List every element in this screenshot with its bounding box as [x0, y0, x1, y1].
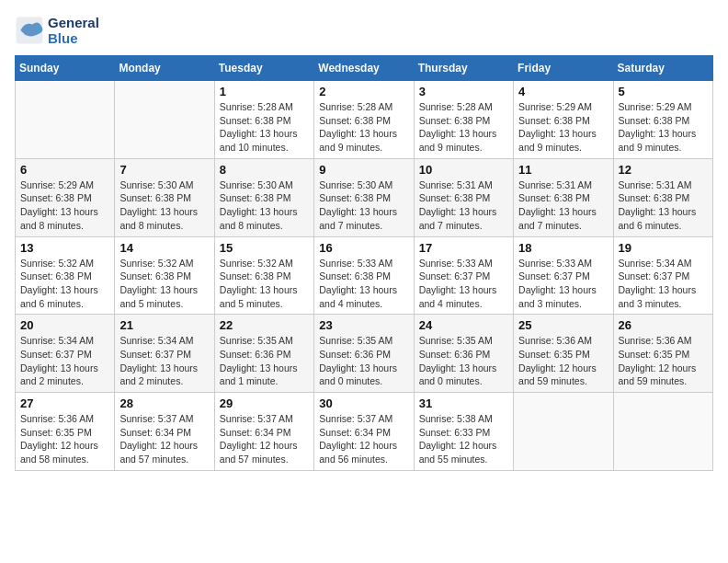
calendar-cell: 29Sunrise: 5:37 AM Sunset: 6:34 PM Dayli… [214, 393, 313, 471]
day-info: Sunrise: 5:32 AM Sunset: 6:38 PM Dayligh… [220, 257, 309, 311]
day-info: Sunrise: 5:37 AM Sunset: 6:34 PM Dayligh… [319, 412, 408, 466]
page-header: General Blue [15, 15, 713, 46]
header-day-tuesday: Tuesday [214, 56, 313, 81]
header-day-sunday: Sunday [16, 56, 115, 81]
calendar-cell: 26Sunrise: 5:36 AM Sunset: 6:35 PM Dayli… [613, 315, 712, 393]
day-number: 19 [619, 241, 708, 255]
day-number: 14 [119, 241, 209, 255]
day-info: Sunrise: 5:29 AM Sunset: 6:38 PM Dayligh… [619, 100, 708, 155]
calendar-cell: 25Sunrise: 5:36 AM Sunset: 6:35 PM Dayli… [514, 315, 613, 393]
header-day-friday: Friday [514, 56, 613, 81]
week-row-1: 1Sunrise: 5:28 AM Sunset: 6:38 PM Daylig… [16, 81, 713, 159]
day-number: 6 [20, 163, 109, 177]
day-number: 10 [419, 163, 508, 177]
day-number: 17 [419, 241, 508, 255]
calendar-cell: 27Sunrise: 5:36 AM Sunset: 6:35 PM Dayli… [16, 393, 115, 471]
day-number: 27 [20, 396, 109, 410]
calendar-cell: 19Sunrise: 5:34 AM Sunset: 6:37 PM Dayli… [613, 236, 712, 315]
day-info: Sunrise: 5:37 AM Sunset: 6:34 PM Dayligh… [119, 412, 209, 466]
calendar-cell [613, 393, 712, 471]
calendar-cell: 17Sunrise: 5:33 AM Sunset: 6:37 PM Dayli… [414, 236, 513, 315]
calendar-cell: 30Sunrise: 5:37 AM Sunset: 6:34 PM Dayli… [314, 393, 414, 471]
header-day-monday: Monday [115, 56, 214, 81]
calendar-cell [16, 81, 115, 159]
calendar-cell: 4Sunrise: 5:29 AM Sunset: 6:38 PM Daylig… [514, 81, 613, 159]
day-info: Sunrise: 5:31 AM Sunset: 6:38 PM Dayligh… [619, 178, 708, 233]
day-info: Sunrise: 5:33 AM Sunset: 6:37 PM Dayligh… [518, 257, 608, 311]
calendar-cell: 13Sunrise: 5:32 AM Sunset: 6:38 PM Dayli… [16, 236, 115, 315]
day-number: 2 [319, 85, 408, 98]
calendar-cell: 2Sunrise: 5:28 AM Sunset: 6:38 PM Daylig… [314, 81, 414, 159]
calendar-cell: 21Sunrise: 5:34 AM Sunset: 6:37 PM Dayli… [115, 315, 214, 393]
calendar-cell: 15Sunrise: 5:32 AM Sunset: 6:38 PM Dayli… [214, 236, 313, 315]
calendar-cell: 12Sunrise: 5:31 AM Sunset: 6:38 PM Dayli… [613, 158, 712, 236]
day-number: 11 [518, 163, 608, 177]
day-number: 13 [20, 241, 109, 255]
day-info: Sunrise: 5:34 AM Sunset: 6:37 PM Dayligh… [619, 257, 708, 311]
calendar-cell: 14Sunrise: 5:32 AM Sunset: 6:38 PM Dayli… [115, 236, 214, 315]
day-info: Sunrise: 5:33 AM Sunset: 6:37 PM Dayligh… [419, 257, 508, 311]
day-info: Sunrise: 5:28 AM Sunset: 6:38 PM Dayligh… [220, 100, 309, 155]
calendar-cell [115, 81, 214, 159]
week-row-5: 27Sunrise: 5:36 AM Sunset: 6:35 PM Dayli… [16, 393, 713, 471]
day-info: Sunrise: 5:37 AM Sunset: 6:34 PM Dayligh… [220, 412, 309, 466]
calendar-cell: 6Sunrise: 5:29 AM Sunset: 6:38 PM Daylig… [16, 158, 115, 236]
day-info: Sunrise: 5:32 AM Sunset: 6:38 PM Dayligh… [119, 257, 209, 311]
day-number: 26 [619, 318, 708, 332]
calendar-cell: 23Sunrise: 5:35 AM Sunset: 6:36 PM Dayli… [314, 315, 414, 393]
day-info: Sunrise: 5:28 AM Sunset: 6:38 PM Dayligh… [319, 100, 408, 155]
header-day-thursday: Thursday [414, 56, 513, 81]
day-number: 1 [220, 85, 309, 98]
day-number: 29 [220, 396, 309, 410]
day-info: Sunrise: 5:36 AM Sunset: 6:35 PM Dayligh… [518, 334, 608, 388]
calendar-cell: 24Sunrise: 5:35 AM Sunset: 6:36 PM Dayli… [414, 315, 513, 393]
day-info: Sunrise: 5:30 AM Sunset: 6:38 PM Dayligh… [220, 178, 309, 233]
day-info: Sunrise: 5:33 AM Sunset: 6:38 PM Dayligh… [319, 257, 408, 311]
day-number: 7 [119, 163, 209, 177]
day-number: 4 [518, 85, 608, 98]
day-number: 30 [319, 396, 408, 410]
day-info: Sunrise: 5:35 AM Sunset: 6:36 PM Dayligh… [220, 334, 309, 388]
logo-text: General Blue [48, 15, 99, 46]
day-info: Sunrise: 5:30 AM Sunset: 6:38 PM Dayligh… [319, 178, 408, 233]
header-row: SundayMondayTuesdayWednesdayThursdayFrid… [16, 56, 713, 81]
day-info: Sunrise: 5:36 AM Sunset: 6:35 PM Dayligh… [619, 334, 708, 388]
day-info: Sunrise: 5:36 AM Sunset: 6:35 PM Dayligh… [20, 412, 109, 466]
calendar-cell: 16Sunrise: 5:33 AM Sunset: 6:38 PM Dayli… [314, 236, 414, 315]
day-info: Sunrise: 5:34 AM Sunset: 6:37 PM Dayligh… [20, 334, 109, 388]
day-number: 20 [20, 318, 109, 332]
day-number: 9 [319, 163, 408, 177]
day-number: 5 [619, 85, 708, 98]
calendar-cell: 10Sunrise: 5:31 AM Sunset: 6:38 PM Dayli… [414, 158, 513, 236]
calendar-cell: 5Sunrise: 5:29 AM Sunset: 6:38 PM Daylig… [613, 81, 712, 159]
calendar-cell: 11Sunrise: 5:31 AM Sunset: 6:38 PM Dayli… [514, 158, 613, 236]
day-info: Sunrise: 5:35 AM Sunset: 6:36 PM Dayligh… [319, 334, 408, 388]
day-info: Sunrise: 5:34 AM Sunset: 6:37 PM Dayligh… [119, 334, 209, 388]
logo-icon [15, 16, 44, 45]
calendar-header: SundayMondayTuesdayWednesdayThursdayFrid… [16, 56, 713, 81]
day-number: 22 [220, 318, 309, 332]
day-number: 18 [518, 241, 608, 255]
day-number: 25 [518, 318, 608, 332]
calendar-cell: 8Sunrise: 5:30 AM Sunset: 6:38 PM Daylig… [214, 158, 313, 236]
day-number: 21 [119, 318, 209, 332]
week-row-2: 6Sunrise: 5:29 AM Sunset: 6:38 PM Daylig… [16, 158, 713, 236]
day-number: 28 [119, 396, 209, 410]
header-day-wednesday: Wednesday [314, 56, 414, 81]
day-number: 8 [220, 163, 309, 177]
day-info: Sunrise: 5:31 AM Sunset: 6:38 PM Dayligh… [419, 178, 508, 233]
day-number: 16 [319, 241, 408, 255]
day-number: 3 [419, 85, 508, 98]
calendar-cell: 22Sunrise: 5:35 AM Sunset: 6:36 PM Dayli… [214, 315, 313, 393]
day-number: 12 [619, 163, 708, 177]
calendar-cell: 1Sunrise: 5:28 AM Sunset: 6:38 PM Daylig… [214, 81, 313, 159]
day-number: 24 [419, 318, 508, 332]
calendar-cell: 20Sunrise: 5:34 AM Sunset: 6:37 PM Dayli… [16, 315, 115, 393]
day-info: Sunrise: 5:29 AM Sunset: 6:38 PM Dayligh… [20, 178, 109, 233]
calendar-cell: 3Sunrise: 5:28 AM Sunset: 6:38 PM Daylig… [414, 81, 513, 159]
calendar-cell: 18Sunrise: 5:33 AM Sunset: 6:37 PM Dayli… [514, 236, 613, 315]
header-day-saturday: Saturday [613, 56, 712, 81]
day-info: Sunrise: 5:35 AM Sunset: 6:36 PM Dayligh… [419, 334, 508, 388]
day-number: 23 [319, 318, 408, 332]
day-info: Sunrise: 5:32 AM Sunset: 6:38 PM Dayligh… [20, 257, 109, 311]
